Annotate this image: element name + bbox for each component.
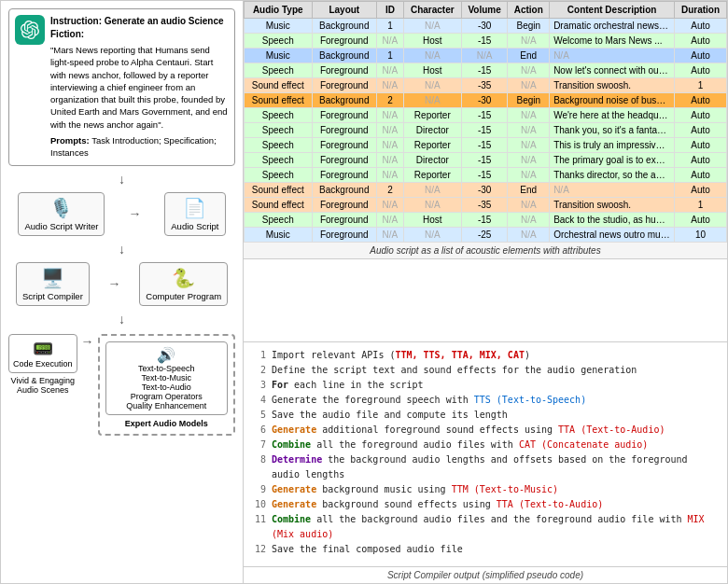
col-duration: Duration — [675, 2, 727, 19]
right-panel: Audio Type Layout ID Character Volume Ac… — [244, 1, 727, 583]
code-exec-icon: 📟 — [13, 339, 73, 359]
instruction-title: Instruction: Generate an audio Science F… — [50, 15, 229, 41]
arrow-down-2: ↓ — [8, 242, 235, 257]
table-section[interactable]: Audio Type Layout ID Character Volume Ac… — [244, 1, 727, 342]
audio-table: Audio Type Layout ID Character Volume Ac… — [244, 1, 727, 243]
table-row: SpeechForegroundN/AHost-15N/ABack to the… — [245, 213, 727, 228]
col-volume: Volume — [461, 2, 508, 19]
line-text: Generate background music using TTM (Tex… — [272, 482, 558, 497]
table-row: SpeechForegroundN/AReporter-15N/AThanks … — [245, 168, 727, 183]
table-row: Sound effectForegroundN/AN/A-35N/ATransi… — [245, 198, 727, 213]
vivid-label: Vivid & EngagingAudio Scenes — [11, 376, 75, 395]
code-line: 9Generate background music using TTM (Te… — [253, 482, 718, 497]
col-action: Action — [508, 2, 550, 19]
audio-script-writer-box: 🎙️ Audio Script Writer — [18, 192, 105, 236]
line-text: Combine all the background audio files a… — [272, 512, 718, 542]
line-text: Save the audio file and compute its leng… — [272, 408, 508, 423]
line-number: 2 — [253, 363, 266, 378]
audio-writer-label: Audio Script Writer — [24, 221, 98, 231]
expert-models-list: Text-to-Speech Text-to-Music Text-to-Aud… — [110, 364, 223, 410]
code-caption: Script Compiler output (simplified pseud… — [244, 566, 727, 583]
arrow-right-3: → — [81, 334, 94, 349]
flow-row-1: 🎙️ Audio Script Writer → 📄 Audio Script — [8, 192, 235, 236]
table-row: Sound effectForegroundN/AN/A-35N/ATransi… — [245, 78, 727, 93]
line-number: 5 — [253, 408, 266, 423]
code-line: 3For each line in the script — [253, 378, 718, 393]
code-line: 6Generate additional foreground sound ef… — [253, 423, 718, 438]
line-number: 12 — [253, 542, 266, 557]
line-number: 6 — [253, 423, 266, 438]
table-caption: Audio script as a list of acoustic eleme… — [244, 243, 727, 259]
line-number: 11 — [253, 512, 266, 542]
computer-program-icon: 🐍 — [146, 267, 221, 289]
table-row: MusicBackground1N/AN/AEndN/AAuto — [245, 49, 727, 63]
table-row: Sound effectBackground2N/A-30EndN/AAuto — [245, 183, 727, 198]
line-text: Determine the background audio lengths a… — [272, 452, 718, 482]
arrow-down-3: ↓ — [8, 312, 235, 327]
script-compiler-box: 🖥️ Script Compiler — [16, 262, 90, 306]
line-number: 4 — [253, 393, 266, 408]
code-line: 11Combine all the background audio files… — [253, 512, 718, 542]
prompts-label: Prompts: — [50, 135, 90, 146]
code-line: 8Determine the background audio lengths … — [253, 452, 718, 482]
script-compiler-icon: 🖥️ — [22, 267, 83, 289]
line-text: Generate additional foreground sound eff… — [272, 423, 665, 438]
audio-script-box: 📄 Audio Script — [164, 192, 225, 236]
col-audio-type: Audio Type — [245, 2, 313, 19]
code-exec-label: Code Execution — [13, 359, 73, 368]
expert-models-icon: 🔊 — [110, 346, 223, 364]
code-line: 5 Save the audio file and compute its le… — [253, 408, 718, 423]
bottom-section: 📟 Code Execution Vivid & EngagingAudio S… — [8, 334, 235, 436]
flow-row-2: 🖥️ Script Compiler → 🐍 Computer Program — [8, 262, 235, 306]
line-text: Import relevant APIs (TTM, TTS, TTA, MIX… — [272, 348, 530, 363]
col-id: ID — [377, 2, 404, 19]
code-exec-box: 📟 Code Execution — [8, 334, 77, 373]
arrow-down-1: ↓ — [8, 172, 235, 187]
line-text: Define the script text and sound effects… — [272, 363, 637, 378]
line-number: 9 — [253, 482, 266, 497]
computer-program-label: Computer Program — [146, 291, 221, 301]
expert-models-label: Expert Audio Models — [105, 419, 228, 428]
col-layout: Layout — [312, 2, 377, 19]
line-number: 3 — [253, 378, 266, 393]
code-section: 1Import relevant APIs (TTM, TTS, TTA, MI… — [244, 342, 727, 563]
line-number: 10 — [253, 497, 266, 512]
table-row: SpeechForegroundN/AReporter-15N/AWe're h… — [245, 108, 727, 123]
audio-script-icon: 📄 — [171, 197, 218, 219]
computer-program-box: 🐍 Computer Program — [139, 262, 228, 306]
expert-inner: 🔊 Text-to-Speech Text-to-Music Text-to-A… — [105, 341, 228, 415]
line-text: Generate the foreground speech with TTS … — [272, 393, 586, 408]
col-content: Content Description — [550, 2, 675, 19]
arrow-right-1: → — [128, 206, 141, 221]
line-number: 8 — [253, 452, 266, 482]
table-row: MusicBackground1N/A-30BeginDramatic orch… — [245, 19, 727, 34]
instruction-body: "Mars News reporting that Humans send li… — [50, 44, 229, 131]
prompts-section: Prompts: Task Introduction; Specificatio… — [50, 134, 229, 160]
line-text: Save the final composed audio file — [272, 542, 463, 557]
code-line: 12Save the final composed audio file — [253, 542, 718, 557]
code-line: 10Generate background sound effects usin… — [253, 497, 718, 512]
audio-writer-icon: 🎙️ — [24, 197, 98, 219]
table-row: SpeechForegroundN/AReporter-15N/AThis is… — [245, 138, 727, 153]
line-text: Generate background sound effects using … — [272, 497, 603, 512]
table-row: Sound effectBackground2N/A-30BeginBackgr… — [245, 93, 727, 108]
main-container: Instruction: Generate an audio Science F… — [0, 0, 728, 584]
left-panel: Instruction: Generate an audio Science F… — [1, 1, 244, 583]
code-line: 1Import relevant APIs (TTM, TTS, TTA, MI… — [253, 348, 718, 363]
line-text: Combine all the foreground audio files w… — [272, 438, 648, 452]
code-line: 2Define the script text and sound effect… — [253, 363, 718, 378]
gpt-icon — [15, 15, 45, 45]
table-row: SpeechForegroundN/AHost-15N/ANow let's c… — [245, 63, 727, 78]
arrow-right-2: → — [108, 276, 121, 291]
line-text: For each line in the script — [272, 378, 424, 393]
table-row: SpeechForegroundN/ADirector-15N/AThank y… — [245, 123, 727, 138]
table-row: MusicForegroundN/AN/A-25N/AOrchestral ne… — [245, 228, 727, 243]
script-compiler-label: Script Compiler — [22, 291, 83, 301]
table-row: SpeechForegroundN/ADirector-15N/AThe pri… — [245, 153, 727, 168]
table-row: SpeechForegroundN/AHost-15N/AWelcome to … — [245, 34, 727, 49]
col-character: Character — [403, 2, 461, 19]
expert-models-box: 🔊 Text-to-Speech Text-to-Music Text-to-A… — [98, 334, 235, 436]
code-line: 4 Generate the foreground speech with TT… — [253, 393, 718, 408]
instruction-box: Instruction: Generate an audio Science F… — [8, 8, 235, 166]
line-number: 1 — [253, 348, 266, 363]
